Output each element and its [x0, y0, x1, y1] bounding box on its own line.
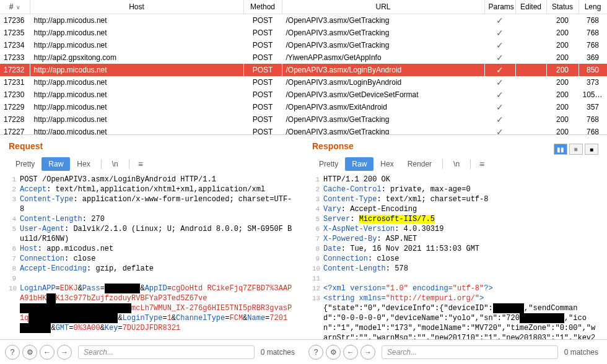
request-table[interactable]: # ∨ Host Method URL Params Edited Status… — [0, 0, 607, 135]
col-num[interactable]: # ∨ — [0, 0, 30, 14]
col-host[interactable]: Host — [30, 0, 243, 14]
tab-raw[interactable]: Raw — [41, 157, 70, 171]
tab-render[interactable]: Render — [401, 157, 439, 171]
view-toggle: ▮▮ ≡ ■ — [554, 144, 598, 155]
response-tabs: Pretty Raw Hex Render \n ≡ — [312, 157, 598, 171]
menu-icon[interactable]: ≡ — [133, 159, 148, 169]
help-icon[interactable]: ? — [5, 345, 20, 360]
search-input[interactable]: Search... — [382, 345, 558, 359]
request-footer: ? ⚙ ← → Search... 0 matches — [0, 340, 304, 364]
view-columns-icon[interactable]: ▮▮ — [554, 144, 567, 155]
tab-hex[interactable]: Hex — [70, 157, 97, 171]
col-edited[interactable]: Edited — [515, 0, 546, 14]
table-row[interactable]: 17232http://app.micodus.netPOST/OpenAPIV… — [0, 64, 607, 76]
table-row[interactable]: 17230http://app.micodus.netPOST/OpenAPIV… — [0, 89, 607, 101]
table-row[interactable]: 17227http://app.micodus.netPOST/OpenAPIV… — [0, 126, 607, 135]
table-row[interactable]: 17228http://app.micodus.netPOST/OpenAPIV… — [0, 113, 607, 126]
tab-newline[interactable]: \n — [105, 157, 125, 171]
table-row[interactable]: 17231http://app.micodus.netPOST/OpenAPIV… — [0, 76, 607, 89]
col-status[interactable]: Status — [546, 0, 579, 14]
sort-down-icon: ∨ — [14, 4, 20, 11]
response-body[interactable]: 1HTTP/1.1 200 OK2Cache-Control: private,… — [312, 175, 598, 339]
table-row[interactable]: 17235http://app.micodus.netPOST/OpenAPIV… — [0, 27, 607, 39]
col-method[interactable]: Method — [243, 0, 282, 14]
response-panel: Response ▮▮ ≡ ■ Pretty Raw Hex Render \n… — [304, 135, 607, 339]
next-icon[interactable]: → — [360, 345, 375, 360]
response-footer: ? ⚙ ← → Search... 0 matches — [304, 340, 607, 364]
table-row[interactable]: 17236http://app.micodus.netPOST/OpenAPIV… — [0, 14, 607, 27]
help-icon[interactable]: ? — [308, 345, 323, 360]
view-rows-icon[interactable]: ≡ — [569, 144, 583, 155]
next-icon[interactable]: → — [57, 345, 72, 360]
col-url[interactable]: URL — [282, 0, 484, 14]
table-row[interactable]: 17234http://app.micodus.netPOST/OpenAPIV… — [0, 39, 607, 51]
tab-newline[interactable]: \n — [447, 157, 466, 171]
view-single-icon[interactable]: ■ — [585, 144, 598, 155]
table-row[interactable]: 17233http://api2.gpsxitong.comPOST/Yiwen… — [0, 51, 607, 64]
request-panel: Request Pretty Raw Hex \n ≡ 1POST /OpenA… — [0, 135, 304, 339]
prev-icon[interactable]: ← — [343, 345, 358, 360]
gear-icon[interactable]: ⚙ — [22, 345, 37, 360]
request-title: Request — [9, 141, 295, 151]
request-body[interactable]: 1POST /OpenAPIV3.asmx/LoginByAndroid HTT… — [9, 175, 295, 339]
tab-pretty[interactable]: Pretty — [9, 157, 41, 171]
menu-icon[interactable]: ≡ — [474, 159, 489, 169]
response-title: Response — [312, 141, 354, 151]
prev-icon[interactable]: ← — [40, 345, 55, 360]
tab-pretty[interactable]: Pretty — [312, 157, 345, 171]
table-header[interactable]: # ∨ Host Method URL Params Edited Status… — [0, 0, 607, 14]
match-count: 0 matches — [564, 348, 602, 357]
tab-hex[interactable]: Hex — [373, 157, 400, 171]
tab-raw[interactable]: Raw — [345, 157, 373, 171]
search-input[interactable]: Search... — [78, 345, 255, 359]
request-tabs: Pretty Raw Hex \n ≡ — [9, 157, 295, 171]
gear-icon[interactable]: ⚙ — [326, 345, 341, 360]
col-params[interactable]: Params — [484, 0, 515, 14]
col-leng[interactable]: Leng — [579, 0, 607, 14]
table-row[interactable]: 17229http://app.micodus.netPOST/OpenAPIV… — [0, 101, 607, 113]
match-count: 0 matches — [261, 348, 299, 357]
